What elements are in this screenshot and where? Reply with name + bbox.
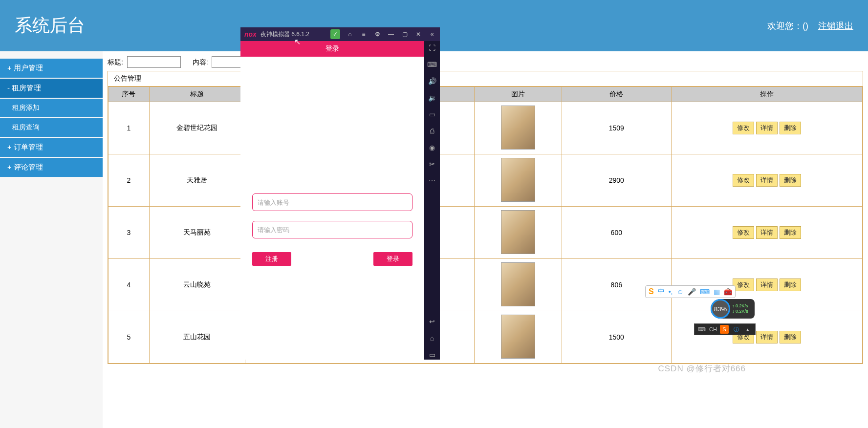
edit-button[interactable]: 修改: [733, 278, 754, 291]
filter-title-input[interactable]: [127, 56, 181, 68]
cell-title: 五山花园: [149, 311, 245, 364]
username-input[interactable]: [252, 193, 412, 211]
ime-punct-icon[interactable]: •,: [669, 288, 673, 296]
th-title: 标题: [149, 87, 245, 102]
welcome-text: 欢迎您：(): [767, 20, 808, 32]
cell-price: 2900: [562, 154, 671, 207]
th-seq: 序号: [108, 87, 150, 102]
tray-ch[interactable]: CH: [709, 326, 717, 332]
cell-ops: 修改详情删除: [671, 259, 862, 311]
content-area: 标题: 内容: 公告管理 序号 标题 图片 价格 操作 1金碧世纪花园1509修…: [103, 51, 868, 428]
taskbar-fragment[interactable]: ⌨ CH S ⓘ ▴: [694, 323, 756, 335]
close-icon[interactable]: ✕: [414, 30, 422, 38]
room-thumbnail[interactable]: [501, 106, 535, 150]
cell-img: [475, 259, 562, 311]
ime-toolbar[interactable]: S 中 •, ☺ 🎤 ⌨ ▦ 🧰: [645, 285, 736, 298]
cell-title: 金碧世纪花园: [149, 102, 245, 154]
delete-button[interactable]: 删除: [780, 278, 801, 291]
delete-button[interactable]: 删除: [780, 331, 801, 343]
ime-keyboard-icon[interactable]: ⌨: [700, 288, 710, 296]
cell-ops: 修改详情删除: [671, 311, 862, 364]
volume-down-icon[interactable]: 🔉: [427, 93, 437, 103]
recent-icon[interactable]: ▭: [427, 350, 437, 360]
network-widget[interactable]: 83% ↑ 0.2K/s ↓ 0.2K/s: [711, 299, 755, 319]
cell-img: [475, 154, 562, 207]
shield-icon[interactable]: ✓: [330, 29, 340, 39]
sogou-icon[interactable]: S: [649, 287, 654, 296]
cell-seq: 3: [108, 207, 150, 259]
maximize-icon[interactable]: ▢: [401, 30, 409, 38]
cell-img: [475, 102, 562, 154]
sidebar-item-comments[interactable]: + 评论管理: [0, 158, 103, 177]
room-thumbnail[interactable]: [501, 262, 535, 306]
cell-title: 天雅居: [149, 154, 245, 207]
th-price: 价格: [562, 87, 671, 102]
fullscreen-icon[interactable]: ⛶: [427, 43, 437, 53]
ime-emoji-icon[interactable]: ☺: [676, 288, 683, 296]
filter-content-label: 内容:: [193, 58, 208, 66]
back-icon[interactable]: ↩: [427, 317, 437, 326]
logout-link[interactable]: 注销退出: [818, 20, 853, 32]
tray-sogou-icon[interactable]: S: [720, 325, 729, 334]
delete-button[interactable]: 删除: [780, 122, 801, 134]
sidebar: + 用户管理 - 租房管理 租房添加 租房查询 + 订单管理 + 评论管理: [0, 51, 103, 428]
detail-button[interactable]: 详情: [756, 278, 778, 291]
tray-keyboard-icon[interactable]: ⌨: [697, 325, 706, 334]
screen-icon[interactable]: ▭: [427, 109, 437, 119]
home-icon[interactable]: ⌂: [346, 30, 354, 38]
detail-button[interactable]: 详情: [756, 174, 778, 187]
emulator-screen: 登录 注册 登录: [240, 41, 424, 360]
cell-seq: 4: [108, 259, 150, 311]
sidebar-item-users[interactable]: + 用户管理: [0, 59, 103, 78]
password-input[interactable]: [252, 221, 412, 238]
ime-toolbox-icon[interactable]: 🧰: [724, 288, 732, 296]
cell-ops: 修改详情删除: [671, 207, 862, 259]
room-thumbnail[interactable]: [501, 210, 535, 254]
ime-mic-icon[interactable]: 🎤: [688, 288, 696, 296]
sidebar-item-orders[interactable]: + 订单管理: [0, 138, 103, 157]
edit-button[interactable]: 修改: [733, 122, 754, 134]
screenshot-icon[interactable]: ⎙: [427, 126, 437, 136]
net-up: ↑ 0.2K/s: [732, 303, 748, 309]
tray-info-icon[interactable]: ⓘ: [732, 325, 740, 334]
sidebar-item-rental[interactable]: - 租房管理: [0, 79, 103, 98]
header-right: 欢迎您：() 注销退出: [767, 20, 853, 32]
record-icon[interactable]: ◉: [427, 143, 437, 152]
minimize-icon[interactable]: —: [387, 30, 395, 38]
cell-price: 1509: [562, 102, 671, 154]
table-row: 1金碧世纪花园1509修改详情删除: [108, 102, 863, 154]
detail-button[interactable]: 详情: [756, 226, 778, 239]
cell-ops: 修改详情删除: [671, 102, 862, 154]
menu-icon[interactable]: ≡: [360, 30, 368, 38]
delete-button[interactable]: 删除: [780, 226, 801, 239]
android-home-icon[interactable]: ⌂: [427, 333, 437, 343]
more-icon[interactable]: ⋯: [427, 176, 437, 186]
gear-icon[interactable]: ⚙: [373, 30, 381, 38]
emulator-title: 夜神模拟器 6.6.1.2: [260, 30, 309, 39]
delete-button[interactable]: 删除: [780, 174, 801, 187]
ime-lang[interactable]: 中: [658, 287, 665, 296]
cell-price: 806: [562, 259, 671, 311]
scissors-icon[interactable]: ✂: [427, 159, 437, 169]
th-img: 图片: [475, 87, 562, 102]
sidebar-item-rental-query[interactable]: 租房查询: [0, 118, 103, 137]
cell-seq: 2: [108, 154, 150, 207]
sidebar-item-rental-add[interactable]: 租房添加: [0, 99, 103, 117]
emulator-sidebar: ⛶ ⌨ 🔊 🔉 ▭ ⎙ ◉ ✂ ⋯ ↩ ⌂ ▭: [424, 41, 440, 360]
room-thumbnail[interactable]: [501, 158, 535, 202]
room-thumbnail[interactable]: [501, 315, 535, 359]
keyboard-icon[interactable]: ⌨: [427, 60, 437, 69]
net-down: ↓ 0.2K/s: [732, 309, 748, 314]
emulator-window: nox 夜神模拟器 6.6.1.2 ✓ ⌂ ≡ ⚙ — ▢ ✕ « ⛶ ⌨ 🔊 …: [240, 27, 440, 360]
tray-chevron-icon[interactable]: ▴: [743, 325, 752, 334]
emulator-titlebar[interactable]: nox 夜神模拟器 6.6.1.2 ✓ ⌂ ≡ ⚙ — ▢ ✕ «: [240, 27, 440, 41]
register-button[interactable]: 注册: [252, 252, 291, 266]
collapse-icon[interactable]: «: [428, 30, 436, 38]
edit-button[interactable]: 修改: [733, 226, 754, 239]
login-button[interactable]: 登录: [373, 252, 412, 266]
edit-button[interactable]: 修改: [733, 174, 754, 187]
detail-button[interactable]: 详情: [756, 122, 778, 134]
volume-up-icon[interactable]: 🔊: [427, 76, 437, 86]
detail-button[interactable]: 详情: [756, 331, 778, 343]
ime-skin-icon[interactable]: ▦: [714, 288, 720, 296]
